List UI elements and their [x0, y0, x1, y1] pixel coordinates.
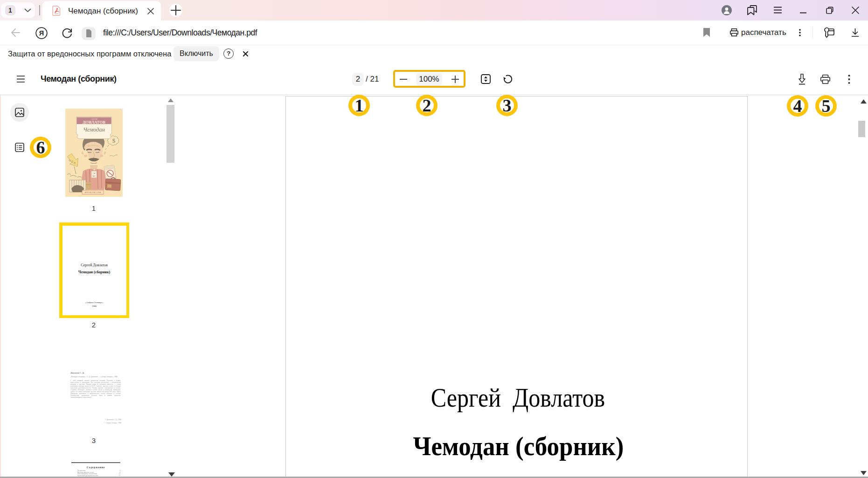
svg-text:Я: Я — [39, 29, 44, 37]
